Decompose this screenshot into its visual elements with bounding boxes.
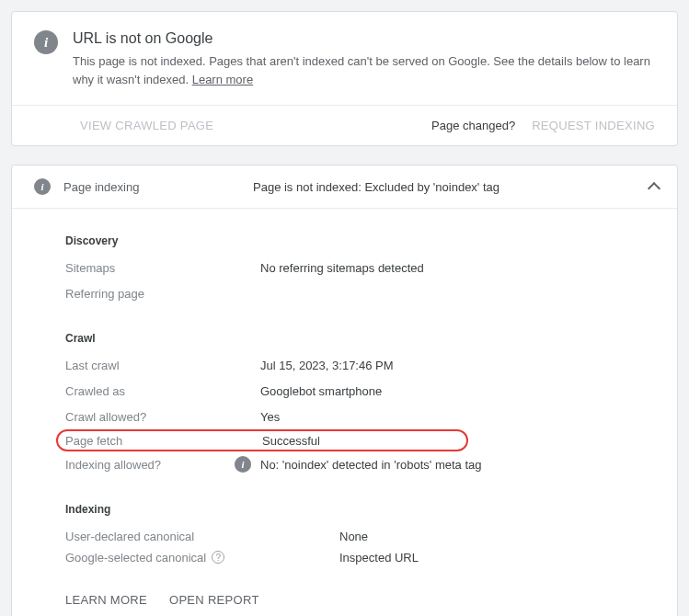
accordion-status: Page is not indexed: Excluded by 'noinde…	[253, 180, 637, 194]
learn-more-link[interactable]: Learn more	[192, 73, 253, 86]
status-desc-text: This page is not indexed. Pages that are…	[73, 54, 650, 86]
discovery-header: Discovery	[65, 209, 655, 255]
crawled-as-label: Crawled as	[65, 384, 260, 398]
crawl-allowed-label: Crawl allowed?	[65, 410, 260, 424]
sitemaps-label: Sitemaps	[65, 261, 260, 275]
indexing-header: Indexing	[65, 477, 655, 523]
action-right: Page changed? Request indexing	[431, 119, 655, 132]
footer-actions: Learn more Open report	[12, 575, 677, 616]
user-canonical-value: None	[339, 530, 368, 543]
crawled-as-row: Crawled as Googlebot smartphone	[65, 378, 655, 404]
last-crawl-value: Jul 15, 2023, 3:17:46 PM	[260, 359, 394, 372]
user-canonical-label-text: User-declared canonical	[65, 530, 194, 543]
indexing-allowed-row: Indexing allowed? i No: 'noindex' detect…	[65, 451, 655, 477]
referring-page-label: Referring page	[65, 287, 260, 301]
crawl-allowed-value: Yes	[260, 410, 280, 424]
info-icon[interactable]: i	[235, 456, 251, 473]
request-indexing-button[interactable]: Request indexing	[532, 119, 655, 132]
google-canonical-value: Inspected URL	[339, 551, 419, 565]
page-changed-label: Page changed?	[431, 119, 515, 132]
chevron-up-icon	[648, 182, 660, 195]
user-canonical-row: User-declared canonical None	[65, 523, 655, 549]
last-crawl-row: Last crawl Jul 15, 2023, 3:17:46 PM	[65, 352, 655, 378]
indexing-allowed-label: Indexing allowed?	[65, 458, 260, 472]
page-fetch-row: Page fetch Successful	[56, 429, 468, 451]
accordion-header[interactable]: i Page indexing Page is not indexed: Exc…	[12, 165, 677, 209]
user-canonical-label: User-declared canonical	[65, 530, 260, 543]
referring-page-row: Referring page	[65, 280, 655, 306]
page-indexing-card: i Page indexing Page is not indexed: Exc…	[11, 165, 678, 616]
status-description: This page is not indexed. Pages that are…	[73, 52, 655, 88]
accordion-panel: Discovery Sitemaps No referring sitemaps…	[12, 209, 677, 575]
status-row: i URL is not on Google This page is not …	[12, 12, 677, 105]
sitemaps-row: Sitemaps No referring sitemaps detected	[65, 255, 655, 280]
google-canonical-row: Google-selected canonical ? Inspected UR…	[65, 549, 655, 575]
status-card: i URL is not on Google This page is not …	[11, 11, 678, 146]
page-fetch-value: Successful	[262, 434, 320, 448]
status-text: URL is not on Google This page is not in…	[73, 30, 655, 88]
status-title: URL is not on Google	[73, 30, 655, 47]
view-crawled-page-button[interactable]: View crawled page	[80, 119, 213, 132]
crawl-header: Crawl	[65, 306, 655, 352]
google-canonical-label-text: Google-selected canonical	[65, 551, 206, 565]
open-report-button[interactable]: Open report	[169, 593, 259, 607]
indexing-allowed-value: No: 'noindex' detected in 'robots' meta …	[260, 458, 481, 472]
crawled-as-value: Googlebot smartphone	[260, 384, 382, 398]
google-canonical-label: Google-selected canonical ?	[65, 551, 260, 565]
crawl-allowed-row: Crawl allowed? Yes	[65, 404, 655, 429]
sitemaps-value: No referring sitemaps detected	[260, 261, 424, 275]
help-icon[interactable]: ?	[212, 551, 224, 564]
page-fetch-label: Page fetch	[65, 434, 262, 448]
last-crawl-label: Last crawl	[65, 359, 260, 372]
indexing-allowed-valuecol: i No: 'noindex' detected in 'robots' met…	[260, 456, 481, 473]
learn-more-button[interactable]: Learn more	[65, 593, 147, 607]
info-icon: i	[34, 30, 58, 54]
accordion-title: Page indexing	[63, 180, 240, 194]
action-row: View crawled page Page changed? Request …	[12, 106, 677, 145]
info-icon: i	[34, 178, 51, 195]
